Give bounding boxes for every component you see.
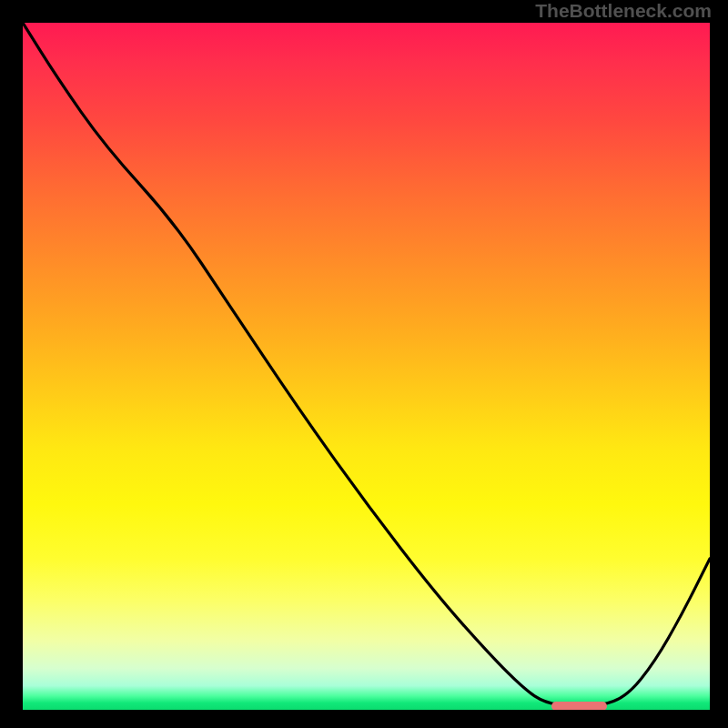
plot-area (23, 23, 710, 710)
bottleneck-curve (23, 23, 710, 706)
optimum-marker (551, 702, 606, 710)
chart-frame (23, 23, 710, 710)
watermark-text: TheBottleneck.com (535, 0, 712, 22)
curve-layer (23, 23, 710, 710)
